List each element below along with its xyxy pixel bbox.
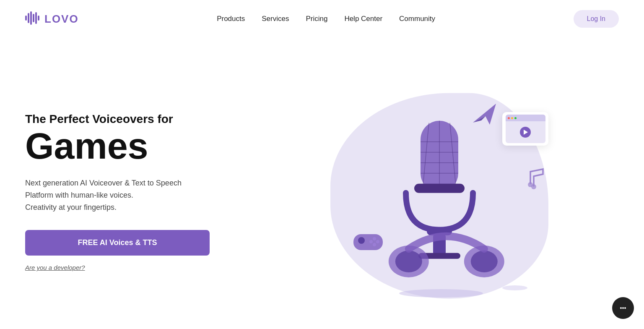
svg-point-33 <box>622 307 624 309</box>
illustration-container <box>318 70 561 313</box>
svg-rect-4 <box>35 12 37 24</box>
svg-point-29 <box>373 243 376 246</box>
window-dot-yellow <box>511 117 513 119</box>
game-controller-icon <box>351 228 385 255</box>
video-card-header <box>506 115 545 121</box>
logo-icon <box>25 10 40 28</box>
svg-rect-3 <box>33 14 34 22</box>
nav-pricing[interactable]: Pricing <box>306 15 327 23</box>
cta-button[interactable]: FREE AI Voices & TTS <box>25 230 210 256</box>
navbar: LOVO Products Services Pricing Help Cent… <box>0 0 644 38</box>
hero-title: Games <box>25 128 243 164</box>
svg-point-23 <box>471 251 498 272</box>
window-dot-red <box>508 117 510 119</box>
video-play-area <box>506 121 545 143</box>
developer-link[interactable]: Are you a developer? <box>25 264 85 271</box>
nav-products[interactable]: Products <box>217 15 245 23</box>
svg-rect-1 <box>28 13 29 23</box>
brand-name: LOVO <box>44 13 79 26</box>
nav-help-center[interactable]: Help Center <box>344 15 382 23</box>
svg-point-26 <box>373 237 376 240</box>
nav-links: Products Services Pricing Help Center Co… <box>217 15 435 23</box>
window-dot-green <box>514 117 517 119</box>
svg-rect-0 <box>25 16 27 21</box>
logo[interactable]: LOVO <box>25 10 79 28</box>
chat-support-button[interactable] <box>612 297 634 319</box>
svg-point-27 <box>376 240 379 243</box>
music-note-icon <box>525 167 544 193</box>
hero-description: Next generation AI Voiceover & Text to S… <box>25 177 243 213</box>
svg-rect-5 <box>38 16 39 21</box>
svg-marker-7 <box>473 116 486 123</box>
svg-point-34 <box>624 307 626 309</box>
svg-point-31 <box>531 184 536 189</box>
headphones-illustration <box>388 219 505 288</box>
video-card-inner <box>506 115 545 143</box>
nav-services[interactable]: Services <box>262 15 289 23</box>
svg-point-32 <box>620 307 622 309</box>
svg-point-25 <box>358 237 365 244</box>
play-button-icon <box>520 127 531 138</box>
svg-rect-16 <box>414 184 465 193</box>
play-triangle <box>524 130 528 135</box>
login-button[interactable]: Log In <box>574 10 619 28</box>
hero-illustration <box>260 55 619 329</box>
nav-community[interactable]: Community <box>399 15 435 23</box>
svg-rect-2 <box>30 11 32 25</box>
hero-section: The Perfect Voiceovers for Games Next ge… <box>0 38 644 329</box>
video-card <box>502 112 548 146</box>
svg-point-28 <box>369 240 373 243</box>
hero-subtitle: The Perfect Voiceovers for <box>25 112 243 126</box>
shadow-ellipse-secondary <box>502 285 527 290</box>
hero-content: The Perfect Voiceovers for Games Next ge… <box>25 112 260 272</box>
paper-plane-icon <box>473 104 496 128</box>
svg-point-21 <box>395 251 422 272</box>
shadow-ellipse-main <box>399 289 483 298</box>
